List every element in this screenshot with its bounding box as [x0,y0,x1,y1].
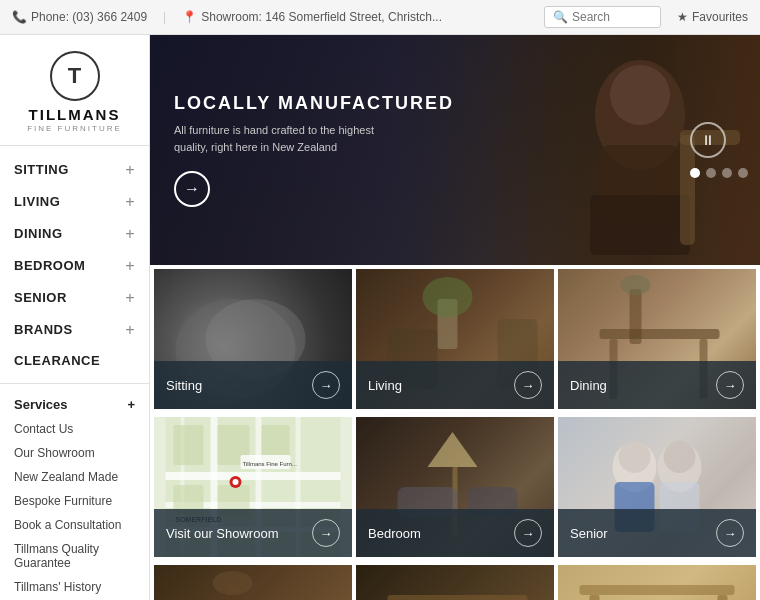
sidebar-item-nz-made[interactable]: New Zealand Made [0,465,149,489]
sidebar-item-history[interactable]: Tillmans' History [0,575,149,599]
hero-dot-1[interactable] [690,168,700,178]
showroom-label-bar: Visit our Showroom → [154,509,352,557]
category-grid-row2: Tillmans Fine Furn... SOMERFIELD Visit o… [150,413,760,561]
star-icon: ★ [677,10,688,24]
svg-point-47 [213,571,253,595]
location-icon: 📍 [182,10,197,24]
bottom1-bg-svg [154,565,352,600]
grid-item-dining[interactable]: Dining → [558,269,756,409]
search-box[interactable]: 🔍 [544,6,661,28]
living-label-bar: Living → [356,361,554,409]
bedroom-label-bar: Bedroom → [356,509,554,557]
svg-rect-53 [718,595,728,600]
logo-letter: T [68,63,81,89]
sitting-grid-label: Sitting [166,378,202,393]
dining-arrow[interactable]: → [716,371,744,399]
sidebar-item-brands[interactable]: BRANDS + [0,314,149,346]
bedroom-arrow[interactable]: → [514,519,542,547]
category-grid-row1: Sitting → Living → [150,265,760,413]
senior-arrow[interactable]: → [716,519,744,547]
grid-item-bottom-1[interactable] [154,565,352,600]
main-layout: T TILLMANS FINE FURNITURE SITTING + LIVI… [0,35,760,600]
hero-pause-button[interactable]: ⏸ [690,122,726,158]
showroom-info: 📍 Showroom: 146 Somerfield Street, Chris… [182,10,442,24]
sidebar-item-dining[interactable]: DINING + [0,218,149,250]
hero-dot-4[interactable] [738,168,748,178]
plus-icon-services: + [127,397,135,412]
living-label: LIVING [14,194,60,209]
grid-item-senior[interactable]: Senior → [558,417,756,557]
nav-main: SITTING + LIVING + DINING + BEDROOM + SE… [0,146,149,384]
bottom3-bg-svg [558,565,756,600]
sidebar-item-clearance[interactable]: CLEARANCE [0,346,149,375]
sidebar: T TILLMANS FINE FURNITURE SITTING + LIVI… [0,35,150,600]
svg-point-42 [664,441,696,473]
plus-icon-sitting: + [125,161,135,179]
sidebar-item-senior[interactable]: SENIOR + [0,282,149,314]
svg-rect-3 [590,195,690,255]
brands-label: BRANDS [14,322,73,337]
sitting-arrow[interactable]: → [312,371,340,399]
grid-item-living[interactable]: Living → [356,269,554,409]
hero-subtitle: All furniture is hand crafted to the hig… [174,122,374,155]
sidebar-item-services[interactable]: Services + [0,392,149,417]
bespoke-label: Bespoke Furniture [14,494,112,508]
hero-controls: ⏸ [690,122,748,178]
category-grid-row3 [150,561,760,600]
hero-arrow-button[interactable]: → [174,171,210,207]
nz-made-label: New Zealand Made [14,470,118,484]
svg-rect-48 [388,595,528,600]
phone-text: Phone: (03) 366 2409 [31,10,147,24]
svg-point-16 [621,275,651,295]
living-arrow[interactable]: → [514,371,542,399]
sidebar-item-bespoke[interactable]: Bespoke Furniture [0,489,149,513]
svg-rect-25 [174,425,204,465]
services-label: Services [14,397,68,412]
plus-icon-living: + [125,193,135,211]
grid-item-sitting[interactable]: Sitting → [154,269,352,409]
history-label: Tillmans' History [14,580,101,594]
sidebar-item-consultation[interactable]: Book a Consultation [0,513,149,537]
bottom2-bg-svg [356,565,554,600]
grid-item-bottom-3[interactable] [558,565,756,600]
sitting-label: SITTING [14,162,69,177]
senior-label-bar: Senior → [558,509,756,557]
hero-dot-3[interactable] [722,168,732,178]
logo-area: T TILLMANS FINE FURNITURE [0,35,149,146]
hero-dot-2[interactable] [706,168,716,178]
hero-dots [690,168,748,178]
svg-rect-18 [166,472,341,480]
search-input[interactable] [572,10,652,24]
pause-icon: ⏸ [701,132,715,148]
showroom-grid-label: Visit our Showroom [166,526,278,541]
grid-item-showroom[interactable]: Tillmans Fine Furn... SOMERFIELD Visit o… [154,417,352,557]
sidebar-item-showroom[interactable]: Our Showroom [0,441,149,465]
plus-icon-brands: + [125,321,135,339]
favourites-link[interactable]: ★ Favourites [677,10,748,24]
showroom-arrow[interactable]: → [312,519,340,547]
phone-info: 📞 Phone: (03) 366 2409 [12,10,147,24]
grid-item-bedroom[interactable]: Bedroom → [356,417,554,557]
svg-rect-12 [600,329,720,339]
favourites-label: Favourites [692,10,748,24]
sidebar-item-sitting[interactable]: SITTING + [0,154,149,186]
sidebar-item-living[interactable]: LIVING + [0,186,149,218]
svg-point-9 [423,277,473,317]
svg-rect-52 [590,595,600,600]
sidebar-item-quality[interactable]: Tillmans Quality Guarantee [0,537,149,575]
brand-tagline: FINE FURNITURE [12,124,137,133]
sitting-label-bar: Sitting → [154,361,352,409]
dining-grid-label: Dining [570,378,607,393]
sidebar-item-bedroom[interactable]: BEDROOM + [0,250,149,282]
grid-item-bottom-2[interactable] [356,565,554,600]
svg-point-1 [610,65,670,125]
dining-label-bar: Dining → [558,361,756,409]
living-grid-label: Living [368,378,402,393]
hero-title: LOCALLY MANUFACTURED [174,93,454,114]
phone-icon: 📞 [12,10,27,24]
hero-content: LOCALLY MANUFACTURED All furniture is ha… [150,63,478,237]
sidebar-item-contact[interactable]: Contact Us [0,417,149,441]
svg-text:Tillmans Fine Furn...: Tillmans Fine Furn... [243,461,298,467]
svg-rect-51 [580,585,735,595]
svg-marker-35 [428,432,478,467]
